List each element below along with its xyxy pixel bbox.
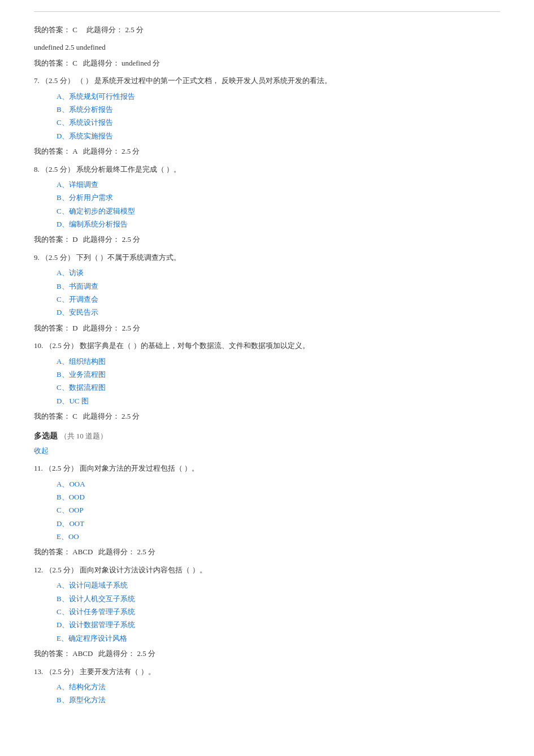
answer-line: 我的答案： C 此题得分： 2.5 分 xyxy=(34,410,500,423)
question-number: 7. （2.5 分） （ ） 是系统开发过程中的第一个正式文档， 反映开发人员对… xyxy=(34,74,332,87)
answer-line: 我的答案： A 此题得分： 2.5 分 xyxy=(34,145,500,158)
answer-value: ABCD xyxy=(72,548,93,556)
question-option[interactable]: D、安民告示 xyxy=(57,306,500,319)
question-option[interactable]: C、设计任务管理子系统 xyxy=(57,605,500,618)
question-item: 9. （2.5 分） 下列（ ）不属于系统调查方式。A、访谈B、书面调查C、开调… xyxy=(34,251,500,334)
question-option[interactable]: B、系统分析报告 xyxy=(57,103,500,116)
score-suffix: 分 xyxy=(136,25,144,34)
answer-value: ABCD xyxy=(72,649,93,658)
question-option[interactable]: A、设计问题域子系统 xyxy=(57,579,500,592)
question-line: 11. （2.5 分） 面向对象方法的开发过程包括（ ）。 xyxy=(34,462,500,475)
question-line: 13. （2.5 分） 主要开发方法有（ ）。 xyxy=(34,665,500,678)
question-item: 8. （2.5 分） 系统分析最终工作是完成（ ）。A、详细调查B、分析用户需求… xyxy=(34,163,500,246)
question-item: undefined 2.5 undefined我的答案： C 此题得分： und… xyxy=(34,41,500,69)
question-option[interactable]: C、OOP xyxy=(57,503,500,516)
answer-value: A xyxy=(72,147,77,155)
question-option[interactable]: B、分析用户需求 xyxy=(57,191,500,204)
question-line: 12. （2.5 分） 面向对象设计方法设计内容包括（ ）。 xyxy=(34,563,500,576)
question-option[interactable]: A、详细调查 xyxy=(57,178,500,191)
question-option[interactable]: C、系统设计报告 xyxy=(57,116,500,129)
question-option[interactable]: B、业务流程图 xyxy=(57,368,500,381)
score-value: undefined xyxy=(121,59,151,67)
question-option[interactable]: C、开调查会 xyxy=(57,293,500,306)
question-option[interactable]: D、系统实施报告 xyxy=(57,129,500,142)
question-option[interactable]: D、设计数据管理子系统 xyxy=(57,618,500,631)
question-number: 10. （2.5 分） 数据字典是在（ ）的基础上，对每个数据流、文件和数据项加… xyxy=(34,339,310,352)
question-option[interactable]: E、OO xyxy=(57,530,500,543)
question-option[interactable]: B、原型化方法 xyxy=(57,693,500,706)
question-option[interactable]: B、OOD xyxy=(57,490,500,503)
question-item: 7. （2.5 分） （ ） 是系统开发过程中的第一个正式文档， 反映开发人员对… xyxy=(34,74,500,158)
question-number: 13. （2.5 分） 主要开发方法有（ ）。 xyxy=(34,665,155,678)
question-option[interactable]: E、确定程序设计风格 xyxy=(57,632,500,645)
question-option[interactable]: A、系统规划可行性报告 xyxy=(57,90,500,103)
score-value: 2.5 xyxy=(121,147,131,155)
question-option[interactable]: B、书面调查 xyxy=(57,280,500,293)
question-line: 9. （2.5 分） 下列（ ）不属于系统调查方式。 xyxy=(34,251,500,264)
score-value: 2.5 xyxy=(122,235,131,244)
answer-line: 我的答案： C 此题得分： undefined 分 xyxy=(34,57,500,69)
question-line: 8. （2.5 分） 系统分析最终工作是完成（ ）。 xyxy=(34,163,500,176)
score-value: 2.5 xyxy=(137,649,146,658)
question-line: undefined 2.5 undefined xyxy=(34,41,500,54)
question-line: 10. （2.5 分） 数据字典是在（ ）的基础上，对每个数据流、文件和数据项加… xyxy=(34,339,500,352)
top-answer-line: 我的答案： C 此题得分： 2.5 分 xyxy=(34,23,500,36)
answer-value: C xyxy=(72,412,77,420)
answer-line: 我的答案： ABCD 此题得分： 2.5 分 xyxy=(34,647,500,660)
answer-value: D xyxy=(72,324,77,332)
question-option[interactable]: A、组织结构图 xyxy=(57,355,500,368)
answer-value: D xyxy=(72,235,77,244)
question-option[interactable]: B、设计人机交互子系统 xyxy=(57,592,500,605)
my-answer-label: 我的答案： xyxy=(34,25,71,34)
question-number: 11. （2.5 分） 面向对象方法的开发过程包括（ ）。 xyxy=(34,462,199,475)
multi-section-title: 多选题 （共 10 道题） xyxy=(34,429,500,443)
question-option[interactable]: C、数据流程图 xyxy=(57,381,500,394)
question-option[interactable]: D、编制系统分析报告 xyxy=(57,218,500,231)
question-option[interactable]: D、OOT xyxy=(57,517,500,530)
score-label: 此题得分： xyxy=(86,25,123,34)
score-value: 2.5 xyxy=(121,412,131,420)
answer-value: C xyxy=(72,59,77,67)
score-value: 2.5 xyxy=(137,548,146,556)
collapse-link[interactable]: 收起 xyxy=(34,444,500,457)
top-divider xyxy=(34,11,500,12)
question-number: undefined 2.5 undefined xyxy=(34,41,106,54)
single-choice-section: undefined 2.5 undefined我的答案： C 此题得分： und… xyxy=(34,41,500,423)
question-option[interactable]: A、访谈 xyxy=(57,266,500,279)
multi-question-item: 11. （2.5 分） 面向对象方法的开发过程包括（ ）。A、OOAB、OODC… xyxy=(34,462,500,559)
multi-section-subtitle: （共 10 道题） xyxy=(60,432,108,440)
answer-line: 我的答案： D 此题得分： 2.5 分 xyxy=(34,321,500,334)
question-number: 8. （2.5 分） 系统分析最终工作是完成（ ）。 xyxy=(34,163,181,176)
multi-question-item: 13. （2.5 分） 主要开发方法有（ ）。A、结构化方法B、原型化方法 xyxy=(34,665,500,707)
question-number: 9. （2.5 分） 下列（ ）不属于系统调查方式。 xyxy=(34,251,181,264)
multi-choice-section: 11. （2.5 分） 面向对象方法的开发过程包括（ ）。A、OOAB、OODC… xyxy=(34,462,500,707)
score-value: 2.5 xyxy=(122,324,131,332)
question-number: 12. （2.5 分） 面向对象设计方法设计内容包括（ ）。 xyxy=(34,563,207,576)
question-option[interactable]: C、确定初步的逻辑模型 xyxy=(57,205,500,218)
top-answer-value: C xyxy=(72,25,77,34)
question-line: 7. （2.5 分） （ ） 是系统开发过程中的第一个正式文档， 反映开发人员对… xyxy=(34,74,500,87)
top-score-value: 2.5 xyxy=(125,25,134,34)
answer-line: 我的答案： ABCD 此题得分： 2.5 分 xyxy=(34,545,500,558)
answer-line: 我的答案： D 此题得分： 2.5 分 xyxy=(34,233,500,246)
question-option[interactable]: A、OOA xyxy=(57,477,500,490)
question-option[interactable]: A、结构化方法 xyxy=(57,680,500,693)
question-item: 10. （2.5 分） 数据字典是在（ ）的基础上，对每个数据流、文件和数据项加… xyxy=(34,339,500,423)
multi-question-item: 12. （2.5 分） 面向对象设计方法设计内容包括（ ）。A、设计问题域子系统… xyxy=(34,563,500,661)
question-option[interactable]: D、UC 图 xyxy=(57,394,500,407)
